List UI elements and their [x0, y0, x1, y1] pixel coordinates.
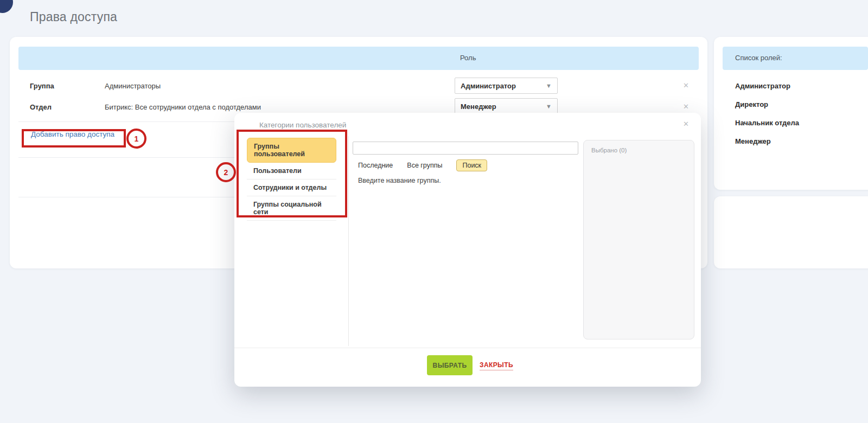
- selected-count-label: Выбрано (0): [591, 147, 686, 153]
- role-select[interactable]: Администратор ▼: [455, 78, 558, 94]
- role-list-item[interactable]: Менеджер: [735, 137, 771, 145]
- role-select-value: Администратор: [461, 82, 516, 90]
- annotation-box-step2: [237, 130, 347, 217]
- page-title: Права доступа: [30, 10, 117, 24]
- corner-decoration: [0, 0, 13, 13]
- search-hint: Введите название группы.: [358, 177, 441, 184]
- roles-header-label: Список ролей:: [735, 54, 782, 62]
- annotation-box-step1: [22, 129, 126, 148]
- roles-list-panel: Список ролей: Администратор Директор Нач…: [714, 37, 868, 190]
- row-subject-value: Битрикс: Все сотрудники отдела с подотде…: [105, 103, 261, 111]
- dialog-close-icon[interactable]: ✕: [683, 120, 689, 127]
- role-list-item[interactable]: Директор: [735, 100, 768, 108]
- secondary-panel: [714, 196, 868, 268]
- selected-items-panel: Выбрано (0): [583, 140, 694, 339]
- chevron-down-icon: ▼: [546, 103, 552, 110]
- roles-header-bar: Список ролей:: [723, 47, 868, 70]
- role-column-header: Роль: [460, 54, 476, 62]
- annotation-number-1-label: 1: [135, 134, 139, 143]
- search-tabs: Последние Все группы Поиск: [358, 159, 487, 171]
- annotation-number-1: 1: [126, 129, 146, 149]
- row-type-label: Группа: [30, 82, 54, 90]
- remove-row-icon[interactable]: ✕: [683, 82, 689, 89]
- annotation-number-2-label: 2: [224, 168, 228, 177]
- role-select[interactable]: Менеджер ▼: [455, 98, 558, 114]
- tab-recent[interactable]: Последние: [358, 162, 393, 169]
- row-subject-value: Администраторы: [105, 82, 161, 90]
- close-button[interactable]: ЗАКРЫТЬ: [480, 361, 513, 370]
- row-type-label: Отдел: [30, 103, 52, 111]
- group-search-input[interactable]: [353, 142, 578, 155]
- tab-search[interactable]: Поиск: [456, 159, 487, 171]
- table-header-bar: Роль: [18, 47, 699, 70]
- role-list-item[interactable]: Начальник отдела: [735, 119, 799, 127]
- annotation-number-2: 2: [216, 162, 236, 182]
- divider: [348, 136, 349, 346]
- select-button[interactable]: ВЫБРАТЬ: [427, 355, 473, 375]
- tab-all-groups[interactable]: Все группы: [407, 162, 442, 169]
- chevron-down-icon: ▼: [546, 82, 552, 89]
- remove-row-icon[interactable]: ✕: [683, 103, 689, 110]
- role-select-value: Менеджер: [461, 102, 496, 111]
- divider: [234, 348, 701, 348]
- role-list-item[interactable]: Администратор: [735, 82, 790, 90]
- dialog-title: Категории пользователей: [259, 121, 346, 129]
